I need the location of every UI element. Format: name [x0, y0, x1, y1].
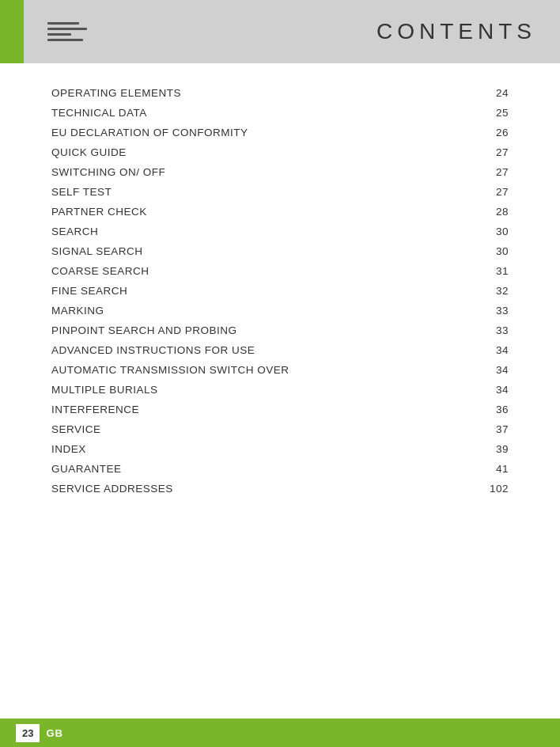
green-accent-bar [0, 0, 24, 63]
toc-item-label: ADVANCED INSTRUCTIONS FOR USE [51, 340, 461, 360]
toc-item-label: SIGNAL SEARCH [51, 241, 461, 261]
toc-item-label: INDEX [51, 439, 461, 459]
toc-row: TECHNICAL DATA25 [51, 103, 509, 123]
toc-row: SERVICE37 [51, 419, 509, 439]
page-footer: 23 GB [0, 719, 560, 747]
toc-item-label: GUARANTEE [51, 459, 461, 479]
toc-row: GUARANTEE41 [51, 459, 509, 479]
toc-item-page: 27 [461, 142, 509, 162]
page-number: 23 [16, 724, 40, 742]
toc-row: SELF TEST27 [51, 182, 509, 202]
toc-row: COARSE SEARCH31 [51, 261, 509, 281]
toc-item-page: 33 [461, 301, 509, 320]
toc-item-label: OPERATING ELEMENTS [51, 83, 461, 103]
toc-item-page: 30 [461, 241, 509, 261]
toc-row: FINE SEARCH32 [51, 281, 509, 301]
toc-row: SIGNAL SEARCH30 [51, 241, 509, 261]
logo-line-1 [47, 22, 79, 25]
toc-item-page: 32 [461, 281, 509, 301]
toc-row: SWITCHING ON/ OFF27 [51, 162, 509, 182]
toc-item-page: 39 [461, 439, 509, 459]
logo-icon [47, 22, 87, 41]
toc-row: SEARCH30 [51, 222, 509, 241]
toc-item-label: MULTIPLE BURIALS [51, 380, 461, 400]
toc-row: MARKING33 [51, 301, 509, 320]
toc-row: INTERFERENCE36 [51, 400, 509, 419]
toc-item-page: 34 [461, 380, 509, 400]
toc-row: MULTIPLE BURIALS34 [51, 380, 509, 400]
toc-item-page: 102 [461, 479, 509, 499]
toc-item-label: AUTOMATIC TRANSMISSION SWITCH OVER [51, 360, 461, 380]
toc-item-page: 31 [461, 261, 509, 281]
toc-item-label: SEARCH [51, 222, 461, 241]
toc-item-page: 33 [461, 320, 509, 340]
main-content: OPERATING ELEMENTS24TECHNICAL DATA25EU D… [0, 63, 560, 514]
toc-item-label: SERVICE [51, 419, 461, 439]
toc-row: PARTNER CHECK28 [51, 202, 509, 222]
toc-item-page: 36 [461, 400, 509, 419]
toc-item-label: PARTNER CHECK [51, 202, 461, 222]
toc-item-label: INTERFERENCE [51, 400, 461, 419]
toc-item-page: 34 [461, 360, 509, 380]
logo-line-4 [47, 39, 83, 41]
toc-item-label: QUICK GUIDE [51, 142, 461, 162]
toc-row: EU DECLARATION OF CONFORMITY26 [51, 123, 509, 142]
toc-item-label: MARKING [51, 301, 461, 320]
toc-item-page: 41 [461, 459, 509, 479]
toc-row: ADVANCED INSTRUCTIONS FOR USE34 [51, 340, 509, 360]
toc-row: OPERATING ELEMENTS24 [51, 83, 509, 103]
toc-row: SERVICE ADDRESSES102 [51, 479, 509, 499]
toc-item-page: 34 [461, 340, 509, 360]
page-title: CONTENTS [142, 19, 560, 44]
toc-item-label: FINE SEARCH [51, 281, 461, 301]
toc-item-page: 27 [461, 162, 509, 182]
language-label: GB [46, 727, 63, 739]
toc-item-page: 24 [461, 83, 509, 103]
toc-table: OPERATING ELEMENTS24TECHNICAL DATA25EU D… [51, 83, 509, 499]
toc-item-page: 30 [461, 222, 509, 241]
logo-line-2 [47, 28, 87, 30]
page-header: CONTENTS [0, 0, 560, 63]
toc-item-label: COARSE SEARCH [51, 261, 461, 281]
toc-row: AUTOMATIC TRANSMISSION SWITCH OVER34 [51, 360, 509, 380]
toc-item-label: EU DECLARATION OF CONFORMITY [51, 123, 461, 142]
toc-item-label: TECHNICAL DATA [51, 103, 461, 123]
toc-item-page: 37 [461, 419, 509, 439]
toc-item-label: SELF TEST [51, 182, 461, 202]
toc-row: INDEX39 [51, 439, 509, 459]
toc-item-label: SWITCHING ON/ OFF [51, 162, 461, 182]
logo-line-3 [47, 33, 71, 36]
toc-row: PINPOINT SEARCH AND PROBING33 [51, 320, 509, 340]
toc-item-label: PINPOINT SEARCH AND PROBING [51, 320, 461, 340]
toc-item-page: 26 [461, 123, 509, 142]
toc-item-page: 27 [461, 182, 509, 202]
toc-item-page: 25 [461, 103, 509, 123]
toc-item-label: SERVICE ADDRESSES [51, 479, 461, 499]
toc-item-page: 28 [461, 202, 509, 222]
toc-row: QUICK GUIDE27 [51, 142, 509, 162]
